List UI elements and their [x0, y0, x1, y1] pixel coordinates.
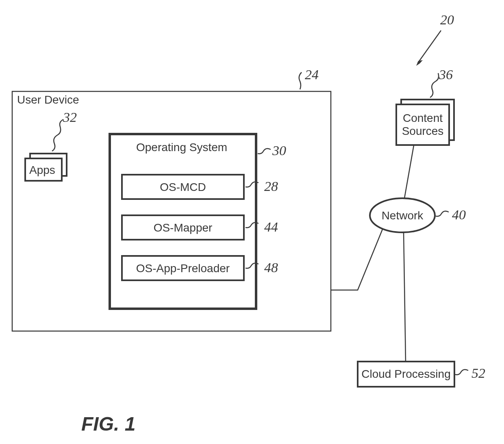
os-mapper-label: OS-Mapper: [154, 221, 213, 234]
ref-os-mcd-number: 28: [264, 179, 278, 194]
cloud-processing-label: Cloud Processing: [361, 368, 450, 380]
figure-caption: FIG. 1: [81, 413, 135, 435]
ref-cloud-squiggle: [455, 370, 468, 375]
ref-content-sources-squiggle: [430, 73, 439, 97]
os-preloader-label: OS-App-Preloader: [136, 262, 230, 275]
network-node: Network 40: [370, 198, 466, 232]
ref-system: 20: [416, 12, 454, 66]
ref-network-number: 40: [452, 207, 466, 222]
apps-label: Apps: [29, 164, 55, 176]
ref-cloud-number: 52: [471, 366, 485, 381]
ref-network-squiggle: [436, 211, 449, 217]
ref-os-preloader-number: 48: [264, 260, 278, 275]
ref-user-device-squiggle: [299, 72, 302, 89]
content-sources-l1: Content: [403, 112, 443, 124]
ref-content-sources-number: 36: [439, 67, 453, 82]
user-device-label: User Device: [17, 93, 79, 106]
ref-system-number: 20: [440, 12, 454, 27]
ref-os-number: 30: [272, 143, 286, 158]
ref-user-device-number: 24: [305, 67, 319, 82]
ref-os-mapper-number: 44: [264, 219, 278, 234]
content-sources-box: Content Sources 36: [396, 67, 454, 145]
network-label: Network: [382, 209, 424, 222]
content-sources-l2: Sources: [402, 125, 444, 137]
ref-apps-number: 32: [63, 110, 77, 125]
os-mcd-label: OS-MCD: [160, 181, 206, 193]
connectors: [331, 145, 414, 362]
operating-system-label: Operating System: [136, 141, 227, 154]
link-network-cloud: [404, 232, 406, 362]
link-device-network: [331, 228, 383, 290]
figure-1-diagram: 20 User Device 24 Apps 32 Operating Syst…: [0, 0, 504, 444]
link-content-network: [404, 145, 414, 198]
cloud-processing-box: Cloud Processing 52: [358, 362, 485, 387]
